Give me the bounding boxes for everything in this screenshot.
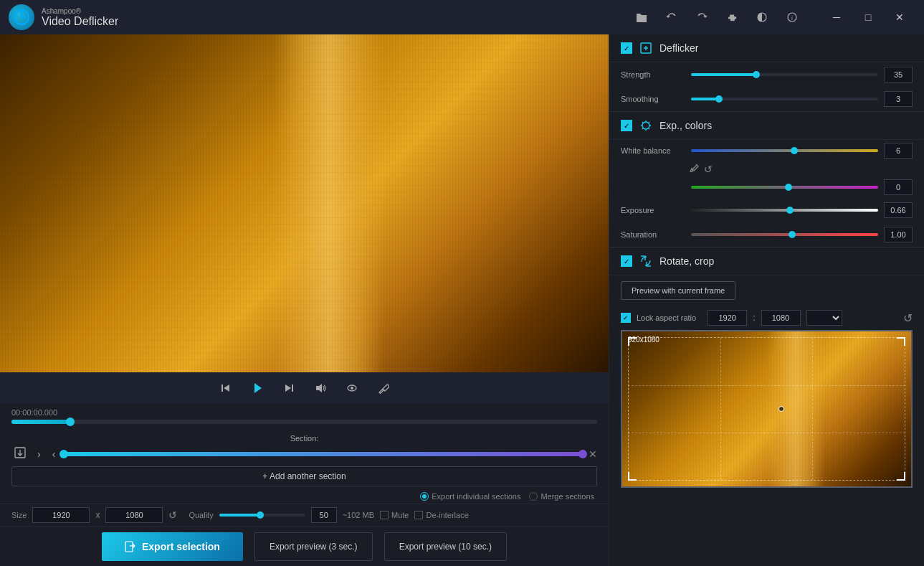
export-individual-option[interactable]: Export individual sections	[420, 492, 520, 501]
saturation-slider[interactable]	[691, 233, 878, 236]
undo-button[interactable]	[657, 3, 686, 32]
video-stripe	[274, 34, 384, 372]
minimize-button[interactable]: ─	[821, 6, 852, 29]
progress-bar[interactable]	[11, 420, 597, 424]
deinterlace-option[interactable]: De-interlace	[414, 511, 468, 519]
exp-colors-checkbox[interactable]: ✓	[621, 120, 632, 131]
next-frame-button[interactable]	[279, 378, 299, 398]
deflicker-checkbox[interactable]: ✓	[621, 42, 632, 54]
wb-green-slider[interactable]	[691, 186, 878, 189]
rotate-crop-section-header: ✓ Rotate, crop	[609, 247, 924, 275]
deflicker-icon	[638, 40, 654, 56]
export-preview-10sec-button[interactable]: Export preview (10 sec.)	[384, 532, 507, 561]
section-close-button[interactable]: ✕	[589, 448, 597, 460]
brand-name: Ashampoo®	[42, 7, 118, 15]
rotate-crop-title: Rotate, crop	[659, 255, 714, 267]
volume-button[interactable]	[310, 378, 330, 398]
toolbar-tools: i	[627, 3, 806, 32]
preview-toggle-button[interactable]	[342, 378, 362, 398]
play-button[interactable]	[247, 378, 267, 398]
section-export-icon[interactable]	[11, 445, 29, 462]
height-input[interactable]	[105, 507, 163, 523]
crop-reset-button[interactable]: ↺	[903, 311, 913, 325]
wb-green-row	[609, 176, 924, 198]
prev-frame-button[interactable]	[216, 378, 236, 398]
mute-option[interactable]: Mute	[380, 511, 409, 519]
redo-button[interactable]	[687, 3, 716, 32]
saturation-thumb	[789, 231, 796, 238]
quality-slider[interactable]	[219, 514, 305, 517]
maximize-button[interactable]: □	[852, 6, 884, 29]
svg-marker-6	[254, 383, 262, 393]
preview-frame-button[interactable]: Preview with current frame	[621, 281, 735, 300]
crop-grid-horizontal	[628, 337, 905, 481]
timeline-area: 00:00:00.000	[0, 404, 609, 431]
open-file-button[interactable]	[627, 3, 656, 32]
lock-ratio-checkbox[interactable]: ✓	[621, 313, 631, 323]
section-thumb-right	[578, 450, 587, 458]
merge-sections-radio[interactable]	[529, 492, 538, 501]
crop-center-dot	[778, 406, 784, 412]
wb-green-value[interactable]	[884, 179, 913, 195]
wb-reset-button[interactable]: ↺	[704, 164, 713, 175]
crop-preset-select[interactable]: 16:9 4:3 1:1	[806, 310, 842, 326]
wb-blue-thumb	[791, 147, 798, 154]
quality-value-input[interactable]	[311, 507, 337, 523]
settings-button[interactable]	[718, 3, 746, 32]
saturation-row: Saturation	[609, 222, 924, 247]
exposure-value[interactable]	[884, 202, 913, 218]
deflicker-strength-slider[interactable]	[691, 73, 878, 76]
deflicker-title: Deflicker	[659, 42, 698, 54]
wb-blue-value[interactable]	[884, 143, 913, 159]
crop-height-input[interactable]	[761, 310, 801, 326]
svg-line-24	[642, 122, 644, 123]
wb-eyedropper-button[interactable]	[690, 163, 700, 175]
crop-grid-vertical	[628, 337, 905, 481]
strength-value[interactable]	[884, 67, 913, 82]
theme-button[interactable]	[748, 3, 776, 32]
app-logo	[9, 4, 34, 30]
exp-colors-section-header: ✓ Exp., colors	[609, 112, 924, 140]
svg-marker-7	[285, 385, 291, 392]
add-section-button[interactable]: + Add another section	[11, 466, 597, 486]
mute-checkbox[interactable]	[380, 511, 389, 519]
smoothing-value[interactable]	[884, 91, 913, 107]
section-bar: Section: › ‹ ✕ + Add another section Exp…	[0, 431, 609, 504]
size-reset-button[interactable]: ↺	[168, 509, 177, 521]
wb-label: White balance	[621, 146, 685, 155]
svg-rect-8	[292, 385, 293, 392]
merge-sections-label: Merge sections	[540, 492, 594, 501]
export-preview-3sec-button[interactable]: Export preview (3 sec.)	[254, 532, 373, 561]
smoothing-thumb	[715, 95, 723, 103]
export-individual-radio[interactable]	[420, 492, 429, 501]
rotate-crop-checkbox[interactable]: ✓	[621, 255, 632, 267]
crop-preview: 920x1080	[621, 330, 913, 488]
deinterlace-label: De-interlace	[426, 511, 468, 519]
section-trim-right-btn[interactable]: ›	[34, 447, 44, 461]
width-input[interactable]	[32, 507, 90, 523]
section-label: Section:	[11, 434, 597, 443]
svg-text:i: i	[791, 15, 793, 22]
export-options: Export individual sections Merge section…	[11, 492, 597, 501]
saturation-value[interactable]	[884, 227, 913, 242]
merge-sections-option[interactable]: Merge sections	[529, 492, 594, 501]
wb-blue-slider[interactable]	[691, 149, 878, 152]
crop-width-input[interactable]	[708, 310, 747, 326]
size-bar: Size x ↺ Quality ~102 MB Mute De-interla…	[0, 504, 609, 526]
crop-corner-tl	[628, 337, 637, 346]
section-trim-left-btn[interactable]: ‹	[49, 447, 59, 461]
exposure-slider[interactable]	[691, 209, 878, 212]
size-label: Size	[11, 511, 27, 519]
app-title-group: Ashampoo® Video Deflicker	[42, 7, 118, 28]
section-range[interactable]	[64, 452, 583, 456]
deinterlace-checkbox[interactable]	[414, 511, 423, 519]
export-selection-button[interactable]: Export selection	[102, 532, 243, 561]
wb-actions: ↺	[609, 161, 924, 176]
svg-marker-4	[224, 385, 229, 392]
close-button[interactable]: ✕	[884, 6, 915, 29]
mute-label: Mute	[391, 511, 409, 519]
deflicker-smoothing-slider[interactable]	[691, 98, 878, 100]
tools-button[interactable]	[373, 378, 394, 398]
video-container	[0, 34, 609, 372]
info-button[interactable]: i	[778, 3, 806, 32]
